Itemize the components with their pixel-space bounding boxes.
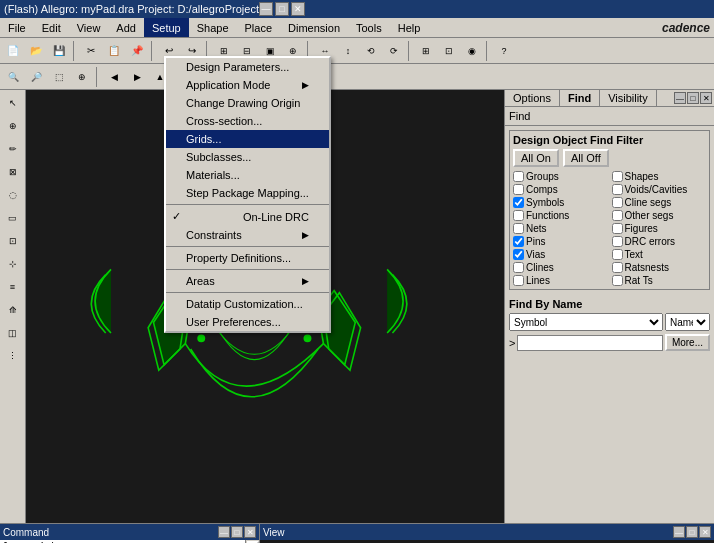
tb2-7[interactable]: ▲ — [149, 66, 171, 88]
find-symbol-select[interactable]: Symbol — [509, 313, 663, 331]
checkbox-functions[interactable] — [513, 210, 524, 221]
find-name-select[interactable]: Name — [665, 313, 710, 331]
lt4[interactable]: ⊠ — [2, 161, 24, 183]
lt3[interactable]: ✏ — [2, 138, 24, 160]
checkbox-drc-errors[interactable] — [612, 236, 623, 247]
tab-find[interactable]: Find — [560, 90, 600, 106]
lt9[interactable]: ≡ — [2, 276, 24, 298]
paste-btn[interactable]: 📌 — [126, 40, 148, 62]
menu-add[interactable]: Add — [108, 18, 144, 37]
checkbox-ratsnests[interactable] — [612, 262, 623, 273]
tb2-9[interactable]: ◈ — [204, 66, 226, 88]
tb10[interactable]: ⟳ — [383, 40, 405, 62]
cmd-maximize[interactable]: □ — [231, 526, 243, 538]
find-text-input[interactable] — [517, 335, 662, 351]
cut-btn[interactable]: ✂ — [80, 40, 102, 62]
menu-view[interactable]: View — [69, 18, 109, 37]
checkbox-vias[interactable] — [513, 249, 524, 260]
cmd-close[interactable]: ✕ — [244, 526, 256, 538]
filter-other-segs[interactable]: Other segs — [612, 210, 707, 221]
checkbox-groups[interactable] — [513, 171, 524, 182]
checkbox-shapes[interactable] — [612, 171, 623, 182]
checkbox-comps[interactable] — [513, 184, 524, 195]
tb2-6[interactable]: ▶ — [126, 66, 148, 88]
tb2-13[interactable]: ? — [305, 66, 327, 88]
checkbox-figures[interactable] — [612, 223, 623, 234]
redo-btn[interactable]: ↪ — [181, 40, 203, 62]
all-off-btn[interactable]: All Off — [563, 149, 609, 167]
menu-help[interactable]: Help — [390, 18, 429, 37]
filter-rat-ts[interactable]: Rat Ts — [612, 275, 707, 286]
close-btn[interactable]: ✕ — [291, 2, 305, 16]
checkbox-text[interactable] — [612, 249, 623, 260]
checkbox-rat-ts[interactable] — [612, 275, 623, 286]
tb2-11[interactable]: ✚ — [250, 66, 272, 88]
tb9[interactable]: ⟲ — [360, 40, 382, 62]
copy-btn[interactable]: 📋 — [103, 40, 125, 62]
menu-dimension[interactable]: Dimension — [280, 18, 348, 37]
tb8[interactable]: ↕ — [337, 40, 359, 62]
checkbox-symbols[interactable] — [513, 197, 524, 208]
filter-comps[interactable]: Comps — [513, 184, 608, 195]
lt1[interactable]: ↖ — [2, 92, 24, 114]
maximize-btn[interactable]: □ — [275, 2, 289, 16]
filter-nets[interactable]: Nets — [513, 223, 608, 234]
lt6[interactable]: ▭ — [2, 207, 24, 229]
lt8[interactable]: ⊹ — [2, 253, 24, 275]
tb2-1[interactable]: 🔍 — [2, 66, 24, 88]
tb11[interactable]: ⊞ — [415, 40, 437, 62]
tb2-8[interactable]: ▼ — [172, 66, 194, 88]
panel-minimize[interactable]: — — [674, 92, 686, 104]
tb12[interactable]: ⊡ — [438, 40, 460, 62]
checkbox-lines[interactable] — [513, 275, 524, 286]
minimize-btn[interactable]: — — [259, 2, 273, 16]
tab-visibility[interactable]: Visibility — [600, 90, 657, 106]
tb3[interactable]: ⊞ — [213, 40, 235, 62]
filter-drc-errors[interactable]: DRC errors — [612, 236, 707, 247]
all-on-btn[interactable]: All On — [513, 149, 559, 167]
tb7[interactable]: ↔ — [314, 40, 336, 62]
lt2[interactable]: ⊕ — [2, 115, 24, 137]
open-btn[interactable]: 📂 — [25, 40, 47, 62]
lt10[interactable]: ⟰ — [2, 299, 24, 321]
filter-voids[interactable]: Voids/Cavities — [612, 184, 707, 195]
tb13[interactable]: ◉ — [461, 40, 483, 62]
view-minimize[interactable]: — — [673, 526, 685, 538]
filter-groups[interactable]: Groups — [513, 171, 608, 182]
panel-maximize[interactable]: □ — [687, 92, 699, 104]
tb2-12[interactable]: ◎ — [273, 66, 295, 88]
lt5[interactable]: ◌ — [2, 184, 24, 206]
lt7[interactable]: ⊡ — [2, 230, 24, 252]
filter-text[interactable]: Text — [612, 249, 707, 260]
tb14[interactable]: ? — [493, 40, 515, 62]
menu-shape[interactable]: Shape — [189, 18, 237, 37]
new-btn[interactable]: 📄 — [2, 40, 24, 62]
undo-btn[interactable]: ↩ — [158, 40, 180, 62]
filter-ratsnests[interactable]: Ratsnests — [612, 262, 707, 273]
panel-close[interactable]: ✕ — [700, 92, 712, 104]
view-close[interactable]: ✕ — [699, 526, 711, 538]
tb2-10[interactable]: ⊞ — [227, 66, 249, 88]
menu-file[interactable]: File — [0, 18, 34, 37]
tb6[interactable]: ⊕ — [282, 40, 304, 62]
filter-figures[interactable]: Figures — [612, 223, 707, 234]
save-btn[interactable]: 💾 — [48, 40, 70, 62]
tb2-2[interactable]: 🔎 — [25, 66, 47, 88]
menu-tools[interactable]: Tools — [348, 18, 390, 37]
canvas-area[interactable] — [26, 90, 504, 523]
lt11[interactable]: ◫ — [2, 322, 24, 344]
tb4[interactable]: ⊟ — [236, 40, 258, 62]
checkbox-clines[interactable] — [513, 262, 524, 273]
menu-place[interactable]: Place — [237, 18, 281, 37]
filter-functions[interactable]: Functions — [513, 210, 608, 221]
filter-clines[interactable]: Clines — [513, 262, 608, 273]
tab-options[interactable]: Options — [505, 90, 560, 106]
find-more-btn[interactable]: More... — [665, 334, 710, 351]
view-maximize[interactable]: □ — [686, 526, 698, 538]
filter-symbols[interactable]: Symbols — [513, 197, 608, 208]
filter-pins[interactable]: Pins — [513, 236, 608, 247]
menu-setup[interactable]: Setup — [144, 18, 189, 37]
tb2-5[interactable]: ◀ — [103, 66, 125, 88]
checkbox-other-segs[interactable] — [612, 210, 623, 221]
menu-edit[interactable]: Edit — [34, 18, 69, 37]
